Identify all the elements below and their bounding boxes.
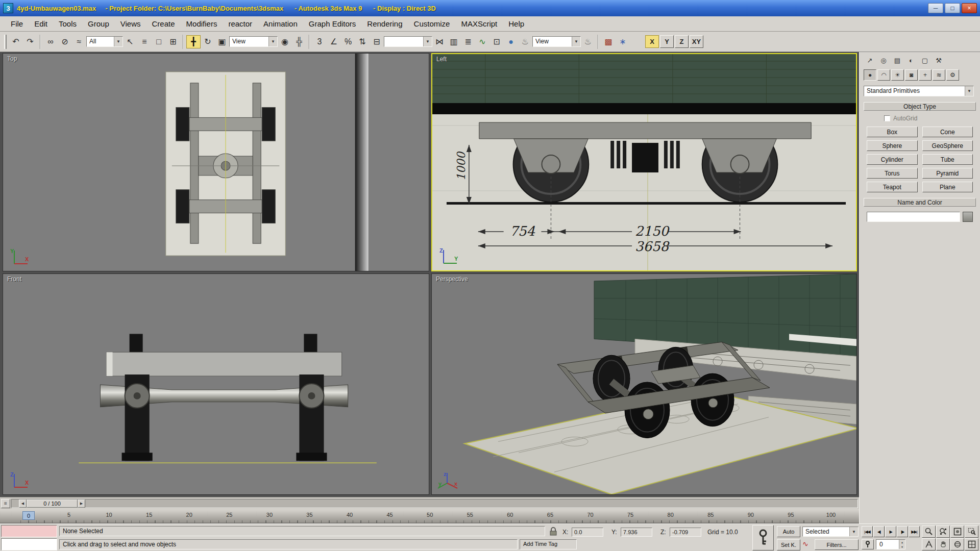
menu-item[interactable]: Views <box>115 16 146 31</box>
zoom-all-button[interactable] <box>936 525 950 538</box>
menu-item[interactable]: File <box>5 16 29 31</box>
select-and-move-icon[interactable]: ╋ <box>186 35 201 48</box>
category-systems-icon[interactable]: ⚙ <box>946 69 959 81</box>
select-and-rotate-icon[interactable]: ↻ <box>201 35 215 48</box>
current-frame-marker[interactable]: 0 <box>22 511 35 520</box>
primitive-button[interactable]: Plane <box>922 182 973 192</box>
y-coord-field[interactable]: 7.936 <box>621 528 652 537</box>
add-time-tag[interactable]: Add Time Tag <box>520 539 577 549</box>
pan-button[interactable] <box>936 538 950 550</box>
viewport-left[interactable]: 754 2150 3658 1000 Left Z Y <box>431 53 857 271</box>
zoom-extents-button[interactable] <box>950 525 964 538</box>
mirror-icon[interactable]: ⋈ <box>432 35 447 48</box>
edit-named-selections-icon[interactable]: ⊟ <box>370 35 384 48</box>
key-mode-toggle-button[interactable] <box>862 539 874 549</box>
schematic-view-icon[interactable]: ⊡ <box>489 35 504 48</box>
selection-filter-dropdown[interactable]: All ▼ <box>86 36 123 47</box>
undo-icon[interactable]: ↶ <box>9 35 23 48</box>
select-object-icon[interactable]: ↖ <box>123 35 137 48</box>
name-and-color-rollout[interactable]: Name and Color <box>864 198 976 207</box>
primitive-button[interactable]: Tube <box>922 154 973 165</box>
menu-item[interactable]: reactor <box>223 16 258 31</box>
time-slider-handle[interactable]: ◀ 0 / 100 ▶ <box>19 499 85 508</box>
window-crossing-icon[interactable]: ⊞ <box>166 35 180 48</box>
track-bar[interactable]: 0 51015202530354045505560657075808590951… <box>0 509 859 523</box>
field-of-view-button[interactable] <box>922 538 936 550</box>
arc-rotate-button[interactable] <box>950 538 964 550</box>
constraint-y-button[interactable]: Y <box>660 35 674 48</box>
category-lights-icon[interactable]: ☀ <box>891 69 904 81</box>
menu-item[interactable]: Create <box>146 16 181 31</box>
primitive-button[interactable]: GeoSphere <box>922 140 973 151</box>
curve-editor-icon[interactable]: ∿ <box>475 35 489 48</box>
spinner-snap-icon[interactable]: ⇅ <box>355 35 370 48</box>
select-and-scale-icon[interactable]: ▣ <box>215 35 229 48</box>
set-key-mode-button[interactable]: Set K. <box>777 539 800 550</box>
menu-item[interactable]: Tools <box>53 16 82 31</box>
material-editor-icon[interactable]: ● <box>504 35 518 48</box>
select-by-name-icon[interactable]: ≡ <box>137 35 152 48</box>
rectangular-selection-icon[interactable]: □ <box>152 35 166 48</box>
toolbar-grip[interactable] <box>4 35 7 49</box>
percent-snap-icon[interactable]: % <box>341 35 355 48</box>
primitive-button[interactable]: Cylinder <box>867 154 918 165</box>
viewport-label[interactable]: Perspective <box>436 276 468 283</box>
primitive-button[interactable]: Pyramid <box>922 168 973 179</box>
constraint-xy-button[interactable]: XY <box>690 35 703 48</box>
next-frame-nub-icon[interactable]: ▶ <box>78 499 85 508</box>
zoom-button[interactable] <box>922 525 936 538</box>
primitive-button[interactable]: Box <box>867 127 918 137</box>
viewport-label[interactable]: Front <box>7 276 21 283</box>
snap-toggle-3d-icon[interactable]: 3 <box>312 35 327 48</box>
time-slider-track[interactable]: ◀ 0 / 100 ▶ <box>11 499 858 508</box>
tab-utilities-icon[interactable]: ⚒ <box>933 55 945 65</box>
close-button[interactable]: × <box>962 3 977 13</box>
category-spacewarps-icon[interactable]: ≋ <box>933 69 945 81</box>
object-name-input[interactable] <box>867 212 960 222</box>
constraint-z-button[interactable]: Z <box>675 35 689 48</box>
menu-item[interactable]: Rendering <box>361 16 408 31</box>
render-scene-icon[interactable]: ♨ <box>518 35 532 48</box>
primitive-button[interactable]: Teapot <box>867 182 918 192</box>
maximize-viewport-toggle-button[interactable] <box>965 538 978 550</box>
primitive-button[interactable]: Torus <box>867 168 918 179</box>
bind-to-space-warp-icon[interactable]: ≈ <box>72 35 86 48</box>
menu-item[interactable]: MAXScript <box>455 16 503 31</box>
menu-item[interactable]: Graph Editors <box>303 16 362 31</box>
z-coord-field[interactable]: -0.709 <box>670 528 701 537</box>
object-color-swatch[interactable] <box>963 212 973 222</box>
tab-display-icon[interactable]: ▢ <box>919 55 931 65</box>
go-to-start-button[interactable]: |◀◀ <box>862 526 873 537</box>
viewport-perspective[interactable]: Perspective z x y <box>431 273 857 495</box>
category-helpers-icon[interactable]: + <box>919 69 932 81</box>
spinner-down-icon[interactable]: ▼ <box>899 544 905 549</box>
play-button[interactable]: ▶ <box>885 526 896 537</box>
viewport-top[interactable]: Top Y X <box>3 53 429 271</box>
app-icon-3dsmax[interactable]: 3 <box>3 3 13 13</box>
layer-manager-icon[interactable]: ≣ <box>461 35 475 48</box>
primitive-category-dropdown[interactable]: Standard Primitives ▼ <box>864 86 974 96</box>
use-pivot-point-center-icon[interactable]: ◉ <box>278 35 292 48</box>
selection-lock-toggle[interactable] <box>549 527 557 537</box>
key-filters-button[interactable]: Filters... <box>815 539 859 550</box>
snapshot-icon[interactable]: ∗ <box>616 35 630 48</box>
viewport-front[interactable]: Front Z X <box>3 273 429 495</box>
redo-icon[interactable]: ↷ <box>23 35 37 48</box>
named-selection-sets-dropdown[interactable]: ▼ <box>384 36 432 47</box>
zoom-region-button[interactable] <box>965 525 978 538</box>
menu-item[interactable]: Customize <box>408 16 456 31</box>
viewport-label[interactable]: Top <box>7 55 17 62</box>
angle-snap-icon[interactable]: ∠ <box>327 35 341 48</box>
menu-item[interactable]: Edit <box>29 16 53 31</box>
render-type-dropdown[interactable]: View ▼ <box>532 36 581 47</box>
object-type-rollout[interactable]: Object Type <box>864 102 976 111</box>
menu-item[interactable]: Group <box>82 16 115 31</box>
current-frame-field[interactable]: 0 ▲ ▼ <box>876 539 905 549</box>
maximize-button[interactable]: □ <box>945 3 960 13</box>
next-frame-button[interactable]: |▶ <box>897 526 908 537</box>
unlink-selection-icon[interactable]: ⊘ <box>58 35 72 48</box>
category-cameras-icon[interactable]: ◙ <box>905 69 918 81</box>
category-geometry-icon[interactable]: ● <box>864 69 876 81</box>
tab-modify-icon[interactable]: ◎ <box>877 55 890 65</box>
x-coord-field[interactable]: 0.0 <box>572 528 603 537</box>
